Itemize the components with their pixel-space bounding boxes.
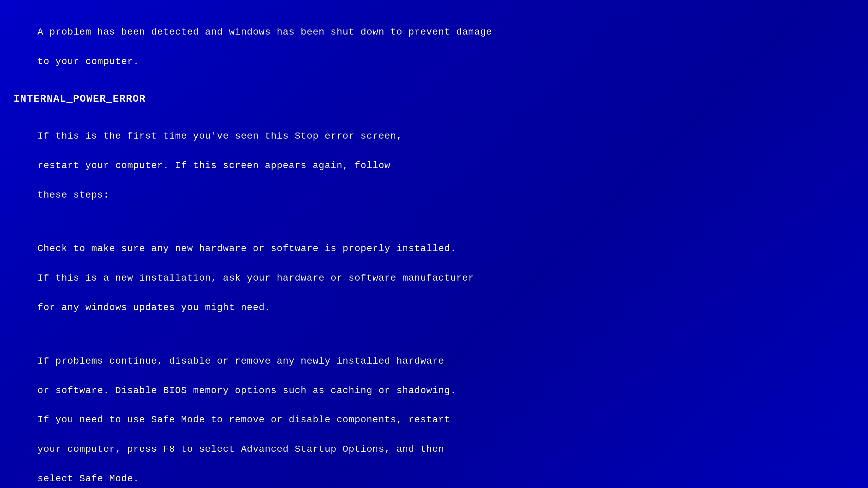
intro-section: A problem has been detected and windows … <box>14 10 854 84</box>
bsod-screen: A problem has been detected and windows … <box>0 0 868 488</box>
intro-line1: A problem has been detected and windows … <box>38 27 492 37</box>
first-time-line1: If this is the first time you've seen th… <box>38 131 402 141</box>
hardware-line1: Check to make sure any new hardware or s… <box>38 243 456 254</box>
safe-mode-line1: If problems continue, disable or remove … <box>38 356 445 366</box>
safe-mode-line2: or software. Disable BIOS memory options… <box>38 385 456 396</box>
hardware-section: Check to make sure any new hardware or s… <box>14 227 854 330</box>
first-time-line3: these steps: <box>38 190 110 200</box>
first-time-section: If this is the first time you've seen th… <box>14 114 854 217</box>
intro-line2: to your computer. <box>38 56 139 67</box>
safe-mode-line4: your computer, press F8 to select Advanc… <box>38 444 445 454</box>
safe-mode-section: If problems continue, disable or remove … <box>14 339 854 488</box>
first-time-line2: restart your computer. If this screen ap… <box>38 160 391 171</box>
safe-mode-line3: If you need to use Safe Mode to remove o… <box>38 414 450 425</box>
error-code: INTERNAL_POWER_ERROR <box>14 93 854 105</box>
hardware-line2: If this is a new installation, ask your … <box>38 273 474 283</box>
hardware-line3: for any windows updates you might need. <box>38 302 271 313</box>
safe-mode-line5: select Safe Mode. <box>38 473 139 484</box>
